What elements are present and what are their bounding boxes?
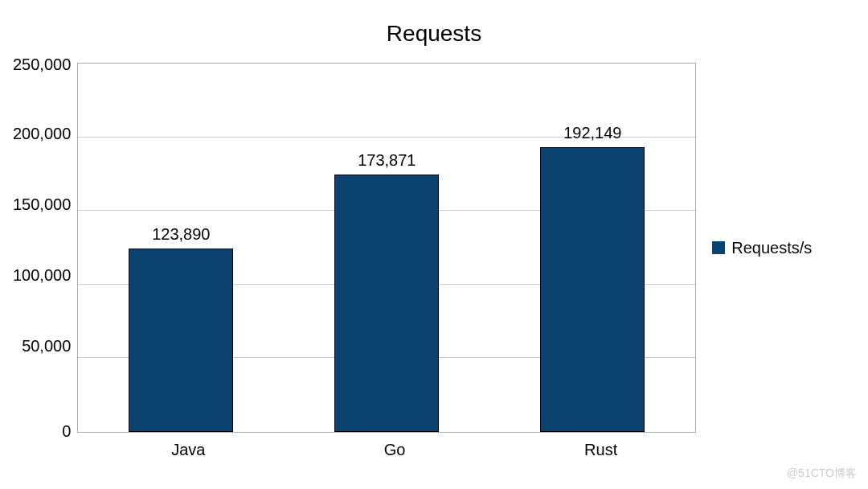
bar-group-go: 173,871: [284, 151, 489, 432]
bar: [334, 175, 439, 432]
y-tick: 50,000: [22, 338, 71, 354]
plot-area: 123,890 173,871 192,149: [77, 63, 696, 433]
x-tick: Go: [292, 441, 498, 459]
bar: [129, 249, 233, 432]
bar-group-rust: 192,149: [489, 124, 695, 432]
y-axis: 250,000 200,000 150,000 100,000 50,000 0: [13, 63, 77, 433]
y-tick: 250,000: [13, 56, 71, 72]
bars-container: 123,890 173,871 192,149: [78, 64, 695, 432]
data-label: 192,149: [563, 124, 621, 142]
watermark: @51CTO博客: [787, 466, 857, 481]
y-tick: 0: [62, 423, 71, 439]
bar-group-java: 123,890: [78, 225, 284, 432]
legend-label: Requests/s: [731, 239, 812, 257]
y-tick: 100,000: [13, 267, 71, 283]
legend-swatch: [712, 241, 725, 254]
x-tick: Rust: [497, 441, 704, 459]
legend: Requests/s: [712, 239, 812, 257]
bar: [540, 147, 645, 432]
data-label: 173,871: [358, 151, 416, 170]
data-label: 123,890: [152, 225, 210, 244]
x-axis: Java Go Rust: [85, 441, 704, 459]
chart-wrapper: 250,000 200,000 150,000 100,000 50,000 0…: [13, 63, 855, 433]
chart-container: 250,000 200,000 150,000 100,000 50,000 0…: [13, 63, 696, 433]
y-tick: 200,000: [13, 125, 71, 142]
chart-title: Requests: [13, 21, 855, 47]
x-tick: Java: [85, 441, 292, 459]
y-tick: 150,000: [13, 196, 71, 212]
